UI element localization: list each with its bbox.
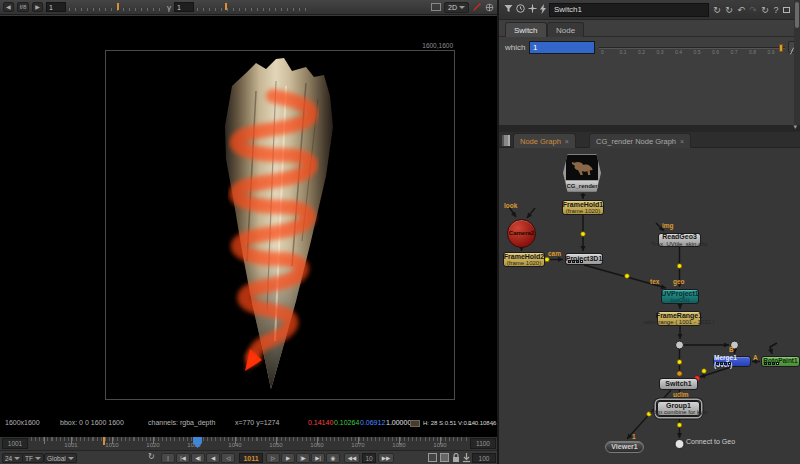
transport-forward-button[interactable]: ▶ [281, 453, 295, 463]
gain-fstop-button[interactable]: f/8 [17, 2, 30, 12]
chevron-down-icon [68, 457, 74, 460]
which-slider-tick: 0.2 [638, 49, 645, 55]
playback-mode-icon[interactable] [428, 453, 437, 462]
range-start-field[interactable]: 1001 [2, 438, 28, 449]
status-cursor-pos: x=770 y=1274 [235, 419, 279, 426]
node-graph-tab-1[interactable]: Node Graph× [513, 133, 576, 148]
input-label-cam: cam [548, 250, 561, 257]
scrollbar-thumb[interactable] [795, 2, 799, 28]
sync-panel-2-icon[interactable]: ↻ [723, 4, 735, 16]
frame-decrement-button[interactable]: ◀◀ [344, 453, 360, 463]
node-label: FrameHold1 [563, 201, 603, 208]
node-readgeo3[interactable]: ReadGeo3Trex_UVtile_skin.abc [658, 233, 701, 247]
range-mode-select[interactable]: Global [44, 453, 77, 463]
transport-forward-buttons: ▷▶|▶▶|◉ [266, 453, 341, 463]
which-value-field[interactable]: 1 [529, 41, 595, 54]
gain-value-field[interactable]: 1 [46, 2, 66, 12]
loop-mode-button[interactable]: ↻ [148, 452, 155, 461]
node-switch1[interactable]: Switch1 [659, 378, 698, 390]
transport-forward-button[interactable]: ▶| [311, 453, 325, 463]
sync-panel-icon[interactable]: ↻ [711, 4, 723, 16]
node-label: ReadGeo3 [662, 233, 697, 240]
filter-icon[interactable] [502, 4, 514, 16]
flipbook-export-icon[interactable] [462, 453, 471, 464]
node-viewer1[interactable]: Viewer1 [605, 441, 644, 453]
node-cg-render[interactable]: CG_render [563, 153, 601, 193]
pane-grip-icon[interactable]: ▾ [491, 420, 494, 427]
gain-slider[interactable] [69, 3, 164, 11]
tab-switch[interactable]: Switch [505, 22, 547, 37]
gamma-slider[interactable] [197, 3, 307, 11]
fps-select[interactable]: 24 [2, 453, 23, 463]
transport-back-button[interactable]: ◀ [206, 453, 220, 463]
timeline-tick-label: 1080 [387, 442, 411, 448]
transport-back-button[interactable]: | [161, 453, 175, 463]
input-label-img: img [662, 222, 674, 229]
transport-forward-button[interactable]: |▶ [296, 453, 310, 463]
range-end-field[interactable]: 1100 [470, 438, 496, 449]
viewer-toolbar: ◀ f/8 ▶ 1 γ 1 2D [0, 0, 497, 15]
node-merge1[interactable]: Merge1 (over) [713, 356, 751, 367]
gain-slider-handle[interactable] [117, 3, 119, 10]
playback-speed-field[interactable]: 100 [472, 453, 496, 463]
status-green-value: 0.10264 [334, 419, 359, 426]
transport-forward-button[interactable]: ▷ [266, 453, 280, 463]
gain-prev-button[interactable]: ◀ [3, 2, 14, 12]
gain-next-button[interactable]: ▶ [32, 2, 43, 12]
frame-step-field[interactable]: 10 [362, 453, 376, 463]
gamma-slider-handle[interactable] [225, 3, 227, 10]
undo-icon[interactable]: ↶ [735, 4, 747, 16]
node-camera2[interactable]: Camera2 [507, 219, 536, 248]
close-tab-icon[interactable]: × [565, 138, 569, 145]
node-rotopaint1[interactable]: RotoPaint1 [761, 356, 800, 367]
node-uvproject1[interactable]: UVProject1(uvON) [661, 289, 699, 304]
node-graph-canvas[interactable]: CG_renderFrameHold1(frame 1020)Camera2Fr… [499, 148, 800, 464]
redo-icon[interactable]: ↷ [747, 4, 759, 16]
viewer-canvas[interactable]: 1600,1600 [0, 16, 497, 412]
lock-range-icon[interactable] [452, 453, 460, 464]
close-tab-icon[interactable]: × [680, 138, 684, 145]
node-framehold1[interactable]: FrameHold1(frame 1020) [562, 200, 604, 215]
timeline-tick-label: 1001 [59, 442, 83, 448]
transport-forward-button[interactable]: ◉ [326, 453, 340, 463]
node-group1[interactable]: Group1udim combine for kyle [657, 401, 700, 416]
node-framehold2[interactable]: FrameHold2(frame 1020) [503, 252, 545, 267]
clock-icon[interactable] [514, 4, 526, 16]
status-resolution: 1600x1600 [5, 419, 40, 426]
gamma-value-field[interactable]: 1 [174, 2, 194, 12]
current-frame-field[interactable]: 1011 [239, 453, 263, 463]
edge-arrowhead [558, 257, 563, 262]
which-slider-handle[interactable] [779, 44, 783, 52]
fullscreen-icon[interactable] [440, 453, 449, 462]
view-mode-select[interactable]: 2D [444, 2, 469, 13]
node-framerange1[interactable]: FrameRange1udim range ( 1001 - 1022 ) [657, 311, 701, 326]
timeline[interactable]: 1001 10011010102010301040105010601070108… [0, 437, 497, 450]
pane-icon[interactable] [502, 135, 510, 146]
node-sublabel: (frame 1020) [566, 208, 600, 214]
node-name-field[interactable]: Switch1 [549, 3, 709, 17]
dot-node[interactable] [676, 341, 684, 349]
properties-scrollbar[interactable] [794, 0, 800, 125]
node-project3d1[interactable]: Project3D1 [565, 253, 603, 265]
transport-back-button[interactable]: |◀ [176, 453, 190, 463]
channel-chips-icon [764, 362, 779, 365]
which-slider-track[interactable] [599, 47, 785, 49]
timeline-tick-label: 1040 [223, 442, 247, 448]
timeline-tick-label: 1090 [428, 442, 452, 448]
lightning-icon[interactable] [537, 4, 549, 16]
frame-increment-button[interactable]: ▶▶ [378, 453, 394, 463]
annotation-pen-icon[interactable] [472, 2, 482, 12]
pane-menu-arrow[interactable]: ▾ [793, 123, 797, 131]
node-graph-tab-2[interactable]: CG_render Node Graph× [589, 133, 691, 148]
which-slider[interactable]: 00.10.20.30.40.50.60.70.80.9 [599, 41, 785, 55]
roi-icon[interactable] [431, 3, 441, 11]
wipe-icon[interactable] [485, 3, 494, 12]
dot-node[interactable] [675, 440, 684, 449]
transport-back-button[interactable]: ◀| [191, 453, 205, 463]
node-sublabel: Trex_UVtile_skin.abc [651, 241, 707, 247]
timeline-ruler[interactable]: 1001101010201030104010501060107010801090 [31, 437, 468, 450]
tab-node[interactable]: Node [547, 22, 584, 37]
transport-back-button[interactable]: ◁ [221, 453, 235, 463]
tf-select[interactable]: TF [22, 453, 44, 463]
edge-arrowhead [580, 194, 585, 199]
